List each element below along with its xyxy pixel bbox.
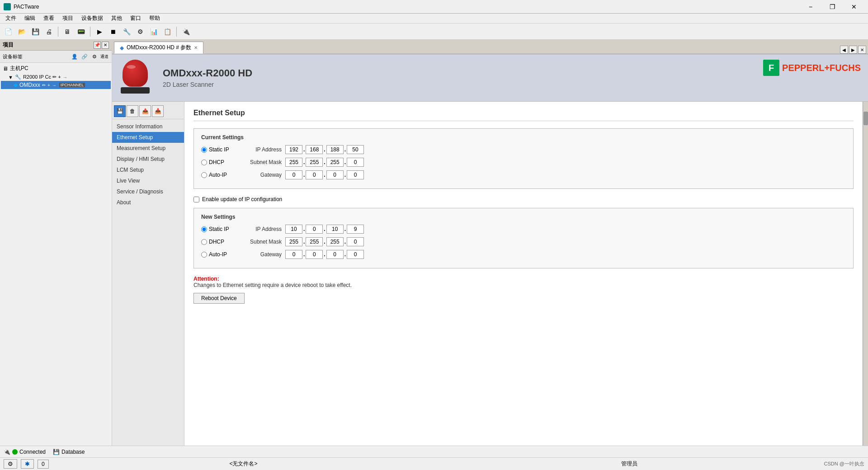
device-label-link-btn[interactable]: 🔗 (80, 52, 89, 61)
toolbar-new[interactable]: 📄 (2, 25, 14, 38)
menu-file[interactable]: 文件 (2, 14, 20, 23)
tab-params[interactable]: ◆ OMDxxx-R2000 HD # 参数 ✕ (114, 42, 203, 54)
nav-upload-btn[interactable]: 📤 (139, 105, 151, 117)
device-label-gear-btn[interactable]: ⚙ (90, 52, 99, 61)
new-subnet-octet-4[interactable] (347, 237, 364, 246)
current-gateway-octet-4[interactable] (347, 170, 364, 179)
device-label-channel-btn[interactable]: 通道 (100, 52, 109, 61)
toolbar-config[interactable]: ⚙ (134, 25, 146, 38)
tab-nav-left[interactable]: ◀ (840, 46, 848, 54)
current-auto-ip-radio[interactable] (201, 172, 207, 178)
left-panel-pin-button[interactable]: 📌 (94, 42, 101, 49)
current-static-ip-label[interactable]: Static IP (201, 146, 237, 153)
nav-lcm-setup[interactable]: LCM Setup (112, 164, 184, 175)
current-subnet-octet-4[interactable] (347, 158, 364, 167)
left-panel-close-button[interactable]: ✕ (102, 42, 109, 49)
new-gateway-octet-2[interactable] (306, 250, 323, 259)
current-subnet-octet-1[interactable] (285, 158, 302, 167)
current-dhcp-label[interactable]: DHCP (201, 159, 237, 165)
nav-ethernet-setup[interactable]: Ethernet Setup (112, 132, 184, 143)
tab-close-icon[interactable]: ✕ (194, 45, 198, 50)
current-ip-octet-1[interactable] (285, 145, 302, 154)
new-auto-ip-label[interactable]: Auto-IP (201, 251, 237, 258)
new-settings-title: New Settings (201, 214, 846, 220)
new-dhcp-label[interactable]: DHCP (201, 239, 237, 245)
toolbar-connect[interactable]: 🔌 (179, 25, 192, 38)
nav-about[interactable]: About (112, 197, 184, 208)
new-static-ip-label[interactable]: Static IP (201, 226, 237, 232)
toolbar-stop[interactable]: ⏹ (107, 25, 119, 38)
menu-window[interactable]: 窗口 (127, 14, 145, 23)
new-gateway-octet-4[interactable] (347, 250, 364, 259)
nav-measurement-setup[interactable]: Measurement Setup (112, 143, 184, 154)
tree-item-host-pc[interactable]: 🖥 主机PC (1, 64, 111, 73)
current-subnet-octet-3[interactable] (326, 158, 344, 167)
nav-live-view[interactable]: Live View (112, 175, 184, 186)
new-gateway-octet-1[interactable] (285, 250, 302, 259)
current-auto-ip-label[interactable]: Auto-IP (201, 172, 237, 178)
minimize-button[interactable]: − (800, 0, 821, 14)
enable-update-checkbox[interactable] (193, 197, 199, 202)
tab-nav-close[interactable]: ✕ (858, 46, 866, 54)
toolbar-clipboard[interactable]: 📋 (161, 25, 174, 38)
toolbar-monitor[interactable]: 🖥 (61, 25, 74, 38)
nav-download-btn[interactable]: 📥 (152, 105, 164, 117)
current-ip-octet-4[interactable] (347, 145, 364, 154)
new-subnet-octet-2[interactable] (306, 237, 323, 246)
new-ip-octet-3[interactable] (326, 225, 344, 234)
menu-device-data[interactable]: 设备数据 (78, 14, 107, 23)
toolbar-save[interactable]: 💾 (29, 25, 42, 38)
device-label-user-btn[interactable]: 👤 (70, 52, 79, 61)
new-dhcp-row: DHCP Subnet Mask . . . (201, 237, 846, 246)
menu-help[interactable]: 帮助 (146, 14, 164, 23)
new-dhcp-radio[interactable] (201, 239, 207, 245)
reboot-device-button[interactable]: Reboot Device (193, 293, 245, 304)
tree-item-network[interactable]: ▼ 🔧 R2000 IP Cc ✏ + → (1, 73, 111, 81)
menu-project[interactable]: 项目 (59, 14, 77, 23)
new-ip-octet-1[interactable] (285, 225, 302, 234)
menu-other[interactable]: 其他 (108, 14, 126, 23)
main-toolbar: 📄 📂 💾 🖨 🖥 📟 ▶ ⏹ 🔧 ⚙ 📊 📋 🔌 (0, 24, 868, 40)
menu-view[interactable]: 查看 (40, 14, 58, 23)
new-ip-octet-4[interactable] (347, 225, 364, 234)
current-ip-octet-3[interactable] (326, 145, 344, 154)
current-gateway-octet-3[interactable] (326, 170, 344, 179)
toolbar-settings[interactable]: 🔧 (120, 25, 133, 38)
toolbar-device[interactable]: 📟 (75, 25, 87, 38)
new-subnet-octet-1[interactable] (285, 237, 302, 246)
close-button[interactable]: ✕ (844, 0, 864, 14)
new-static-ip-radio[interactable] (201, 226, 207, 232)
current-dhcp-radio[interactable] (201, 160, 207, 165)
nav-service-diagnosis[interactable]: Service / Diagnosis (112, 186, 184, 197)
toolbar-open[interactable]: 📂 (15, 25, 28, 38)
nav-save-btn[interactable]: 💾 (114, 105, 126, 117)
new-gateway-octet-3[interactable] (326, 250, 344, 259)
bottom-zero-button[interactable]: 0 (38, 460, 49, 469)
new-ip-address-inputs: . . . (285, 225, 364, 234)
bottom-star-button[interactable]: ✱ (21, 459, 34, 469)
toolbar-chart[interactable]: 📊 (147, 25, 160, 38)
current-ip-octet-2[interactable] (306, 145, 323, 154)
new-auto-ip-radio[interactable] (201, 252, 207, 258)
toolbar-play[interactable]: ▶ (93, 25, 106, 38)
tab-nav-right[interactable]: ▶ (849, 46, 857, 54)
current-subnet-octet-2[interactable] (306, 158, 323, 167)
toolbar-print[interactable]: 🖨 (42, 25, 55, 38)
right-scrollbar[interactable] (863, 102, 868, 446)
new-subnet-octet-3[interactable] (326, 237, 344, 246)
menu-edit[interactable]: 编辑 (21, 14, 39, 23)
current-static-ip-radio[interactable] (201, 147, 207, 153)
nav-sensor-information[interactable]: Sensor Information (112, 121, 184, 132)
tree-item-device[interactable]: ◆ OMDxxx ✏ + → IPCHANNEL (1, 81, 111, 89)
new-gateway-inputs: . . . (285, 250, 364, 259)
current-gateway-octet-2[interactable] (306, 170, 323, 179)
device-node-label: OMDxxx (19, 82, 40, 88)
nav-delete-btn[interactable]: 🗑 (127, 105, 138, 117)
project-tree: 🖥 主机PC ▼ 🔧 R2000 IP Cc ✏ + → ◆ OMDxxx ✏ … (0, 63, 112, 446)
new-ip-octet-2[interactable] (306, 225, 323, 234)
maximize-button[interactable]: ❐ (822, 0, 843, 14)
bottom-gear-button[interactable]: ⚙ (4, 459, 17, 469)
nav-display-hmi-setup[interactable]: Display / HMI Setup (112, 154, 184, 164)
new-gateway-label: Gateway (241, 251, 282, 258)
current-gateway-octet-1[interactable] (285, 170, 302, 179)
